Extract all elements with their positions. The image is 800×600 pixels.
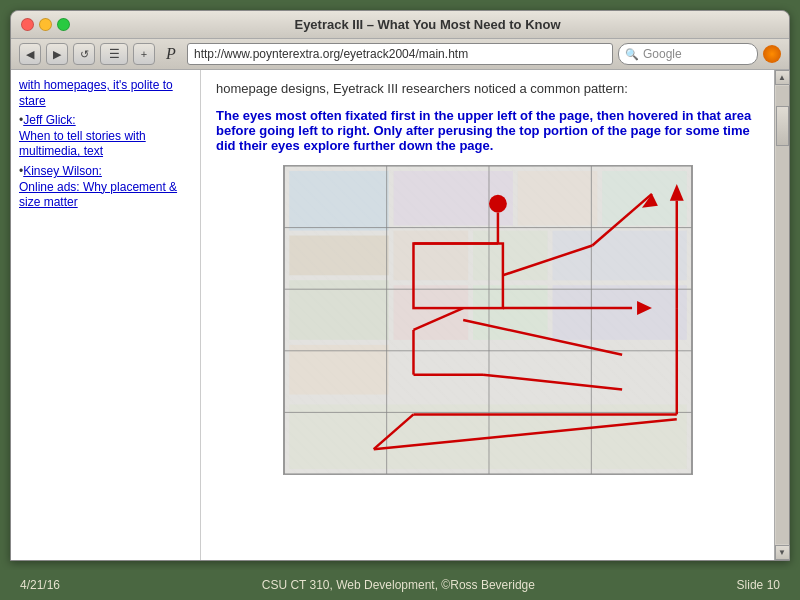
close-button[interactable] <box>21 18 34 31</box>
status-slide: Slide 10 <box>737 578 780 592</box>
browser-content: with homepages, it's polite to stare •Je… <box>11 70 789 560</box>
article-area: homepage designs, Eyetrack III researche… <box>201 70 774 560</box>
sidebar-link-2-name[interactable]: Jeff Glick: <box>23 113 75 127</box>
sidebar-link-3-text[interactable]: Online ads: Why placement & size matter <box>19 180 177 210</box>
svg-rect-11 <box>393 285 468 340</box>
article-intro: homepage designs, Eyetrack III researche… <box>216 80 759 98</box>
traffic-lights <box>21 18 70 31</box>
svg-rect-8 <box>393 231 468 281</box>
refresh-button[interactable]: ↺ <box>73 43 95 65</box>
sidebar-item-1[interactable]: with homepages, it's polite to stare <box>19 78 192 109</box>
scroll-down-button[interactable]: ▼ <box>775 545 790 560</box>
svg-point-23 <box>488 195 506 213</box>
svg-rect-1 <box>289 171 388 231</box>
reader-icon: P <box>160 43 182 65</box>
maximize-button[interactable] <box>57 18 70 31</box>
scroll-track <box>776 86 789 544</box>
status-date: 4/21/16 <box>20 578 60 592</box>
sidebar-item-3[interactable]: •Kinsey Wilson: Online ads: Why placemen… <box>19 164 192 211</box>
eyetrack-diagram <box>283 165 693 475</box>
scroll-thumb[interactable] <box>776 106 789 146</box>
sidebar-link-2-text[interactable]: When to tell stories with multimedia, te… <box>19 129 146 159</box>
article-bold-text: The eyes most often fixated first in the… <box>216 108 759 153</box>
nav-bar: ◀ ▶ ↺ ☰ + P http://www.poynterextra.org/… <box>11 39 789 70</box>
status-bar: 4/21/16 CSU CT 310, Web Development, ©Ro… <box>0 570 800 600</box>
sidebar-item-2[interactable]: •Jeff Glick: When to tell stories with m… <box>19 113 192 160</box>
forward-button[interactable]: ▶ <box>46 43 68 65</box>
svg-rect-10 <box>552 231 686 281</box>
svg-rect-2 <box>289 236 388 276</box>
sidebar-link-3-name[interactable]: Kinsey Wilson: <box>23 164 102 178</box>
bookmarks-button[interactable]: ☰ <box>100 43 128 65</box>
sidebar-link-1[interactable]: with homepages, it's polite to stare <box>19 78 173 108</box>
title-bar: Eyetrack III – What You Most Need to Kno… <box>11 11 789 39</box>
svg-rect-4 <box>289 345 388 395</box>
scroll-up-button[interactable]: ▲ <box>775 70 790 85</box>
minimize-button[interactable] <box>39 18 52 31</box>
svg-rect-12 <box>473 285 548 340</box>
status-center: CSU CT 310, Web Development, ©Ross Bever… <box>262 578 535 592</box>
svg-rect-13 <box>552 285 686 340</box>
window-title: Eyetrack III – What You Most Need to Kno… <box>76 17 779 32</box>
url-bar[interactable]: http://www.poynterextra.org/eyetrack2004… <box>187 43 613 65</box>
add-button[interactable]: + <box>133 43 155 65</box>
search-go-button[interactable] <box>763 45 781 63</box>
svg-rect-6 <box>517 171 596 226</box>
search-placeholder: Google <box>643 47 682 61</box>
search-bar[interactable]: 🔍 Google <box>618 43 758 65</box>
scrollbar[interactable]: ▲ ▼ <box>774 70 789 560</box>
back-button[interactable]: ◀ <box>19 43 41 65</box>
sidebar: with homepages, it's polite to stare •Je… <box>11 70 201 560</box>
search-icon: 🔍 <box>625 48 639 61</box>
